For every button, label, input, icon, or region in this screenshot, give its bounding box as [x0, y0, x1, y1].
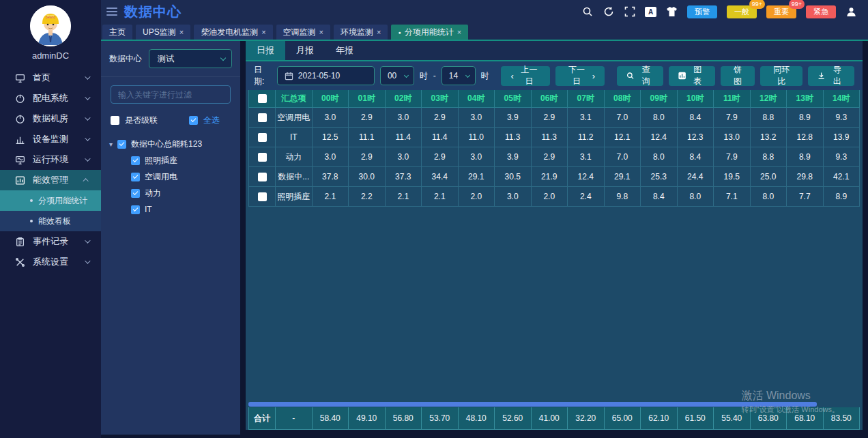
table-row: 空调用电3.02.93.02.93.03.92.93.17.08.08.47.9…	[248, 108, 860, 128]
row-checkbox-cell	[248, 167, 276, 187]
close-icon[interactable]: ×	[457, 29, 461, 36]
alarm-important-button[interactable]: 重要 99+	[766, 5, 796, 18]
export-button[interactable]: 导出	[808, 66, 854, 86]
cell-value: 7.0	[605, 147, 641, 167]
page-tab-diesel[interactable]: 柴油发电机监测 ×	[194, 25, 272, 40]
sidebar-item-energy-dashboard[interactable]: 能效看板	[0, 211, 101, 231]
tree-node-power[interactable]: 动力	[109, 185, 240, 201]
tab-monthly-report[interactable]: 月报	[285, 41, 325, 60]
page-tab-ups[interactable]: UPS监测 ×	[136, 25, 190, 40]
tree-root-node[interactable]: ▾ 数据中心总能耗123	[109, 136, 240, 152]
tree-node-label: 照明插座	[145, 155, 177, 166]
datacenter-select[interactable]: 测试	[149, 49, 232, 68]
sidebar-item-energy-management[interactable]: 能效管理	[0, 170, 101, 190]
next-day-button[interactable]: 下一日 ›	[555, 66, 605, 86]
select-all-label[interactable]: 全选	[203, 115, 220, 126]
tree-node-label: 动力	[145, 188, 161, 199]
menu-toggle-icon[interactable]	[106, 8, 117, 16]
cell-value: 3.0	[386, 108, 422, 128]
row-checkbox[interactable]	[258, 153, 267, 162]
row-checkbox[interactable]	[258, 173, 267, 181]
row-checkbox-cell	[248, 90, 276, 108]
row-checkbox[interactable]	[258, 192, 267, 201]
alarm-general-button[interactable]: 一般 99+	[727, 5, 757, 18]
refresh-icon[interactable]	[603, 6, 614, 18]
keyword-filter-input[interactable]	[111, 85, 231, 104]
scrollbar-thumb[interactable]	[248, 402, 817, 407]
sidebar-item-power-distribution[interactable]: 配电系统	[0, 88, 101, 108]
close-icon[interactable]: ×	[261, 29, 265, 36]
sidebar-item-device-monitor[interactable]: 设备监测	[0, 129, 101, 149]
calendar-icon	[285, 72, 293, 81]
pie-chart-button[interactable]: 饼图	[721, 66, 755, 86]
alarm-important-label: 重要	[774, 8, 789, 16]
tree-node-checkbox[interactable]	[131, 156, 140, 165]
alarm-general-label: 一般	[734, 8, 749, 16]
cascade-checkbox[interactable]	[111, 116, 119, 125]
tree-node-lighting[interactable]: 照明插座	[109, 152, 240, 169]
sidebar-item-system-settings[interactable]: 系统设置	[0, 252, 101, 272]
close-icon[interactable]: ×	[179, 29, 184, 36]
font-size-icon[interactable]: A	[645, 7, 656, 17]
hour-start-select[interactable]: 00	[380, 66, 414, 85]
column-header: 12时	[751, 90, 787, 108]
user-icon[interactable]	[845, 6, 857, 18]
prev-day-button[interactable]: ‹ 上一日	[501, 66, 550, 86]
theme-shirt-icon[interactable]	[666, 6, 678, 18]
sidebar-item-data-room[interactable]: 数据机房	[0, 108, 101, 129]
tab-daily-report[interactable]: 日报	[246, 41, 285, 60]
bar-chart-icon	[15, 134, 25, 145]
row-checkbox[interactable]	[258, 133, 267, 142]
cell-value: 8.4	[641, 187, 678, 207]
search-icon[interactable]	[581, 6, 593, 18]
select-all-checkbox[interactable]	[189, 116, 198, 125]
chart-button[interactable]: 图表	[669, 66, 715, 86]
alarm-warning-button[interactable]: 预警	[687, 5, 717, 18]
sidebar-item-home[interactable]: 首页	[0, 68, 101, 88]
row-checkbox-cell	[248, 108, 276, 128]
tree-node-checkbox[interactable]	[131, 189, 140, 198]
row-checkbox[interactable]	[258, 94, 267, 103]
avatar[interactable]: beland	[30, 5, 71, 46]
cell-value: 7.7	[787, 187, 824, 207]
close-icon[interactable]: ×	[319, 29, 323, 36]
close-icon[interactable]: ×	[377, 29, 381, 36]
fullscreen-icon[interactable]	[624, 6, 635, 18]
date-picker[interactable]: 2021-05-10	[277, 66, 375, 85]
compare-button[interactable]: 同环比	[760, 66, 802, 86]
cell-value: 9.3	[824, 147, 860, 167]
tab-yearly-report[interactable]: 年报	[325, 41, 364, 60]
alarm-important-badge: 99+	[789, 0, 805, 9]
datacenter-label: 数据中心	[109, 53, 142, 65]
tree-node-checkbox[interactable]	[131, 205, 140, 214]
page-tab-home[interactable]: 主页	[102, 25, 132, 40]
page-tab-environment[interactable]: 环境监测 ×	[334, 25, 388, 40]
tree-node-it[interactable]: IT	[109, 201, 240, 218]
sidebar-item-environment[interactable]: 运行环境	[0, 149, 101, 170]
sidebar-item-event-log[interactable]: 事件记录	[0, 231, 101, 252]
chevron-left-icon: ‹	[510, 72, 513, 81]
footer-value: 58.40	[313, 407, 349, 430]
hour-end-select[interactable]: 14	[442, 66, 476, 85]
cell-value: 34.4	[422, 167, 459, 187]
cascade-label: 是否级联	[125, 115, 158, 126]
page-tab-hvac[interactable]: 空调监测 ×	[276, 25, 330, 40]
cell-value: 2.0	[459, 187, 495, 207]
tree-node-checkbox[interactable]	[131, 173, 140, 181]
tree-expand-icon[interactable]: ▾	[109, 141, 113, 148]
row-checkbox[interactable]	[258, 113, 267, 122]
query-button[interactable]: 查询	[617, 66, 663, 86]
alarm-general-badge: 99+	[749, 0, 765, 9]
sidebar-item-label: 数据机房	[33, 113, 68, 125]
cell-value: 8.9	[824, 187, 860, 207]
alarm-urgent-button[interactable]: 紧急	[806, 5, 836, 18]
row-checkbox-cell	[248, 128, 276, 147]
tree-root-checkbox[interactable]	[117, 140, 126, 149]
sidebar-item-energy-breakdown[interactable]: 分项用能统计	[0, 190, 101, 211]
page-tab-energy-breakdown[interactable]: ● 分项用能统计 ×	[391, 25, 468, 40]
tree-node-hvac[interactable]: 空调用电	[109, 169, 240, 185]
column-header: 00时	[313, 90, 349, 108]
column-header: 06时	[532, 90, 568, 108]
cell-value: 7.1	[714, 187, 751, 207]
cell-value: 8.4	[678, 108, 714, 128]
